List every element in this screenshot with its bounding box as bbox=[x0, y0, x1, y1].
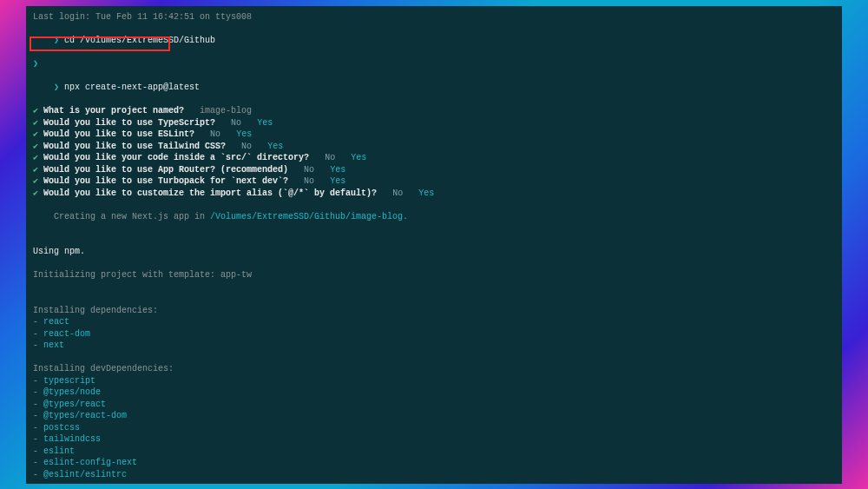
deps-header: Installing dependencies: bbox=[33, 305, 835, 317]
last-login-line: Last login: Tue Feb 11 16:42:51 on ttys0… bbox=[33, 11, 835, 23]
dep-item: - react-dom bbox=[33, 328, 835, 340]
creating-path: /Volumes/ExtremeSSD/Github/image-blog bbox=[210, 212, 403, 221]
blank-line bbox=[33, 281, 835, 294]
cli-prompt-row: ✔ Would you like to use Turbopack for `n… bbox=[33, 175, 835, 188]
cli-prompt-row: ✔ Would you like to use ESLint? No Yes bbox=[33, 129, 835, 141]
prompt-char: ❯ bbox=[54, 36, 59, 45]
blank-line bbox=[33, 293, 835, 305]
blank-line bbox=[33, 352, 835, 364]
devdeps-list: - typescript- @types/node- @types/react-… bbox=[33, 375, 835, 481]
dep-item: - @types/react bbox=[33, 399, 835, 411]
terminal-window[interactable]: Last login: Tue Feb 11 16:42:51 on ttys0… bbox=[26, 6, 842, 484]
cli-prompt-row: ✔ What is your project named? image-blog bbox=[33, 105, 835, 117]
cli-prompt-row: ✔ Would you like to customize the import… bbox=[33, 188, 835, 200]
cli-prompts-block: ✔ What is your project named? image-blog… bbox=[33, 105, 835, 199]
dep-item: - eslint-config-next bbox=[33, 457, 835, 469]
dep-item: - tailwindcss bbox=[33, 433, 835, 446]
blank-line bbox=[33, 258, 835, 270]
dep-item: - eslint bbox=[33, 446, 835, 458]
prompt-char: ❯ bbox=[54, 83, 59, 92]
dep-item: - @types/node bbox=[33, 387, 835, 399]
devdeps-header: Installing devDependencies: bbox=[33, 363, 835, 375]
dep-item: - @eslint/eslintrc bbox=[33, 469, 835, 481]
dep-item: - @types/react-dom bbox=[33, 410, 835, 422]
cli-prompt-row: ✔ Would you like to use App Router? (rec… bbox=[33, 164, 835, 176]
deps-list: - react- react-dom- next bbox=[33, 316, 835, 352]
creating-line: Creating a new Next.js app in /Volumes/E… bbox=[33, 199, 835, 235]
cli-prompt-row: ✔ Would you like your code inside a `src… bbox=[33, 152, 835, 164]
cli-prompt-row: ✔ Would you like to use Tailwind CSS? No… bbox=[33, 141, 835, 153]
dep-item: - postcss bbox=[33, 422, 835, 434]
dep-item: - typescript bbox=[33, 375, 835, 387]
dep-item: - react bbox=[33, 316, 835, 328]
blank-line bbox=[33, 235, 835, 247]
prompt-line-empty: ❯ bbox=[33, 58, 835, 70]
cli-prompt-row: ✔ Would you like to use TypeScript? No Y… bbox=[33, 117, 835, 129]
cd-command: cd /Volumes/ExtremeSSD/Github bbox=[64, 36, 215, 45]
dep-item: - next bbox=[33, 340, 835, 352]
prompt-line-npx: ❯ npx create-next-app@latest bbox=[33, 70, 835, 106]
npx-command: npx create-next-app@latest bbox=[64, 83, 200, 92]
initializing-line: Initializing project with template: app-… bbox=[33, 269, 835, 281]
blank-line bbox=[33, 480, 835, 484]
using-npm-line: Using npm. bbox=[33, 246, 835, 258]
prompt-line-cd: ❯ cd /Volumes/ExtremeSSD/Github bbox=[33, 23, 835, 59]
